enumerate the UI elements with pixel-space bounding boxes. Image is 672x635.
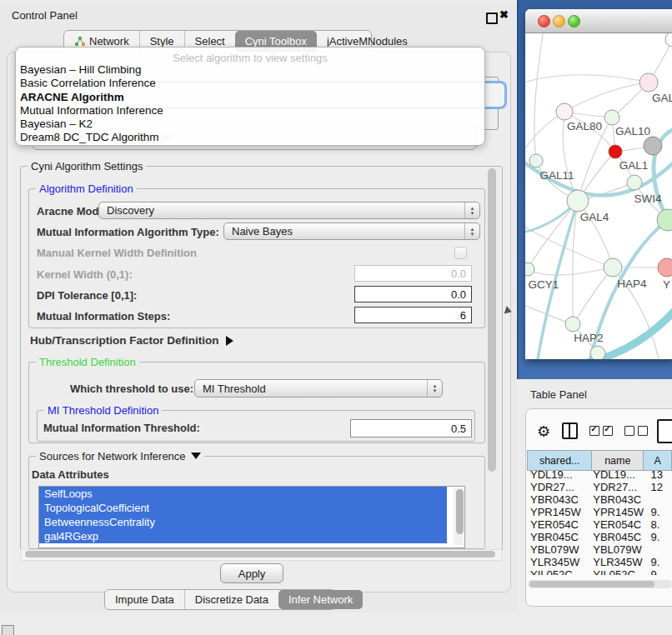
float-window-icon[interactable] [486, 12, 498, 24]
cell-name: YBR043C [589, 493, 647, 506]
algorithm-placeholder: Select algorithm to view settings [16, 52, 484, 64]
sources-group-title[interactable]: Sources for Network Inference [36, 450, 204, 462]
attribute-item[interactable]: gal4RGexp [39, 529, 447, 543]
table-row[interactable]: YBR045CYBR045C9. [527, 531, 672, 543]
tab-infer-network-label: Infer Network [288, 593, 353, 606]
checked-box-icon [589, 426, 599, 436]
node-green-mid [627, 175, 642, 190]
node-table: YDL19...YDL19...13 YDR27...YDR27...12 YB… [527, 468, 672, 575]
mi-threshold-field[interactable]: 0.5 [350, 419, 472, 438]
cell-shared: YBR045C [527, 531, 589, 543]
table-row[interactable]: YIL052CYIL052C9. [527, 568, 672, 575]
node-table-rows: YDL19...YDL19...13 YDR27...YDR27...12 YB… [527, 468, 672, 575]
minimize-traffic-light-icon[interactable] [553, 15, 565, 28]
threshold-definition-title: Threshold Definition [36, 356, 139, 368]
algorithm-option-selected[interactable]: ARACNE Algorithm [20, 91, 480, 104]
settings-horizontal-scrollbar-thumb[interactable] [25, 551, 495, 558]
column-header-name[interactable]: name [592, 451, 644, 471]
mi-algorithm-type-combo[interactable]: Naive Bayes ▲▼ [223, 222, 480, 240]
mi-steps-field[interactable]: 6 [354, 307, 472, 323]
checked-box-icon [603, 426, 613, 436]
algorithm-definition-title: Algorithm Definition [36, 182, 137, 195]
node-gal10 [604, 110, 619, 125]
control-panel-titlebar: Control Panel ✖ [0, 5, 517, 27]
columns-icon[interactable] [562, 422, 578, 439]
table-horizontal-scrollbar-thumb[interactable] [529, 581, 654, 588]
hub-definition-label: Hub/Transcription Factor Definition [30, 334, 219, 347]
network-graph: GAL GAL80 GAL10 GAL1 SWI4 GAL11 GAL4 GCY… [525, 33, 672, 359]
deselect-all-checks-icon[interactable] [624, 426, 648, 436]
application-screen: Control Panel ✖ Network Style Select Cyn… [0, 0, 672, 635]
aracne-mode-combo[interactable]: Discovery ▲▼ [98, 202, 480, 219]
data-attributes-label: Data Attributes [32, 468, 109, 481]
which-threshold-label: Which threshold to use: [70, 382, 193, 395]
gear-icon[interactable]: ⚙ [537, 422, 550, 440]
cell-value: 8. [647, 518, 672, 531]
label-gal11: GAL11 [539, 169, 574, 182]
minimized-panel-icon[interactable] [2, 625, 14, 635]
algorithm-option[interactable]: Mutual Information Inference [20, 104, 480, 118]
cell-name: YER054C [589, 518, 647, 531]
settings-vertical-scrollbar-thumb[interactable] [488, 168, 496, 472]
cell-value: 13 [647, 468, 672, 481]
tab-style-label: Style [150, 35, 174, 48]
cell-name: YBR045C [589, 531, 647, 543]
cell-shared: YDR27... [527, 481, 589, 493]
node-salmon [658, 258, 672, 277]
export-table-icon[interactable] [657, 419, 672, 443]
select-all-checks-icon[interactable] [589, 426, 613, 436]
apply-button[interactable]: Apply [220, 563, 283, 583]
table-row[interactable]: YDL19...YDL19...13 [527, 468, 672, 481]
label-gcy1: GCY1 [529, 278, 559, 291]
table-row[interactable]: YLR345WYLR345W9. [527, 556, 672, 568]
algorithm-option[interactable]: Dream8 DC_TDC Algorithm [20, 131, 480, 144]
attribute-item[interactable]: TopologicalCoefficient [39, 501, 447, 515]
tab-discretize-data[interactable]: Discretize Data [184, 590, 278, 609]
cell-shared: YPR145W [527, 506, 589, 518]
tab-impute-data[interactable]: Impute Data [105, 590, 184, 609]
algorithm-option[interactable]: Bayesian – Hill Climbing [20, 63, 480, 77]
collapse-arrow-icon [191, 452, 201, 459]
unchecked-box-icon [638, 426, 648, 436]
column-header-shared[interactable]: shared... [528, 451, 592, 471]
close-icon[interactable]: ✖ [499, 8, 509, 21]
table-row[interactable]: YDR27...YDR27...12 [527, 481, 672, 493]
cell-shared: YBL079W [527, 543, 589, 556]
cell-shared: YLR345W [527, 556, 589, 568]
combo-stepper-icon: ▲▼ [464, 223, 479, 239]
label-hap4: HAP4 [617, 278, 647, 290]
dpi-tolerance-field[interactable]: 0.0 [354, 286, 472, 302]
table-row[interactable]: YBL079WYBL079W [527, 543, 672, 556]
manual-kernel-width-checkbox[interactable] [454, 247, 467, 259]
expander-arrow-icon [226, 336, 233, 346]
sources-title-label: Sources for Network Inference [39, 450, 186, 462]
algorithm-option[interactable]: Bayesian – K2 [20, 118, 480, 131]
hub-definition-expander[interactable]: Hub/Transcription Factor Definition [30, 334, 233, 347]
cell-value [647, 543, 672, 556]
kernel-width-label: Kernel Width (0,1): [37, 268, 133, 281]
cell-name: YIL052C [589, 568, 647, 575]
tab-infer-network[interactable]: Infer Network [278, 590, 363, 609]
aracne-mode-value: Discovery [107, 204, 154, 217]
which-threshold-combo[interactable]: MI Threshold ▲▼ [194, 379, 443, 398]
kernel-width-field[interactable]: 0.0 [354, 265, 472, 282]
attribute-item[interactable]: BetweennessCentrality [39, 515, 447, 529]
table-row[interactable]: YPR145WYPR145W9. [527, 506, 672, 518]
attribute-item[interactable]: SelfLoops [39, 487, 447, 501]
node-hap2 [565, 317, 580, 332]
node-gal80 [556, 103, 573, 120]
attribute-list-scrollbar-thumb[interactable] [456, 489, 464, 534]
network-canvas[interactable]: GAL GAL80 GAL10 GAL1 SWI4 GAL11 GAL4 GCY… [525, 33, 672, 359]
table-row[interactable]: YBR043CYBR043C [527, 493, 672, 506]
cell-name: YLR345W [589, 556, 647, 568]
close-traffic-light-icon[interactable] [538, 15, 550, 28]
table-row[interactable]: YER054CYER054C8. [527, 518, 672, 531]
node-gcy1 [525, 262, 534, 276]
cell-name: YDR27... [589, 481, 647, 493]
column-header-partial[interactable]: A [644, 451, 672, 471]
node-green-bottom [590, 346, 605, 359]
mi-steps-label: Mutual Information Steps: [37, 310, 170, 322]
algorithm-option[interactable]: Basic Correlation Inference [20, 77, 480, 90]
node-unlabeled-top [665, 33, 672, 47]
zoom-traffic-light-icon[interactable] [568, 15, 580, 28]
